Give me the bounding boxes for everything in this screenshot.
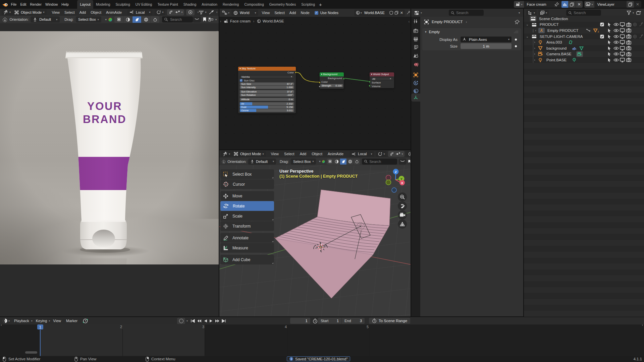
svg-text:BRAND: BRAND: [83, 113, 126, 125]
svg-text:YOUR: YOUR: [87, 100, 122, 112]
svg-text:X: X: [401, 181, 404, 185]
svg-text:Z: Z: [395, 170, 397, 174]
svg-text:3: 3: [597, 31, 599, 33]
